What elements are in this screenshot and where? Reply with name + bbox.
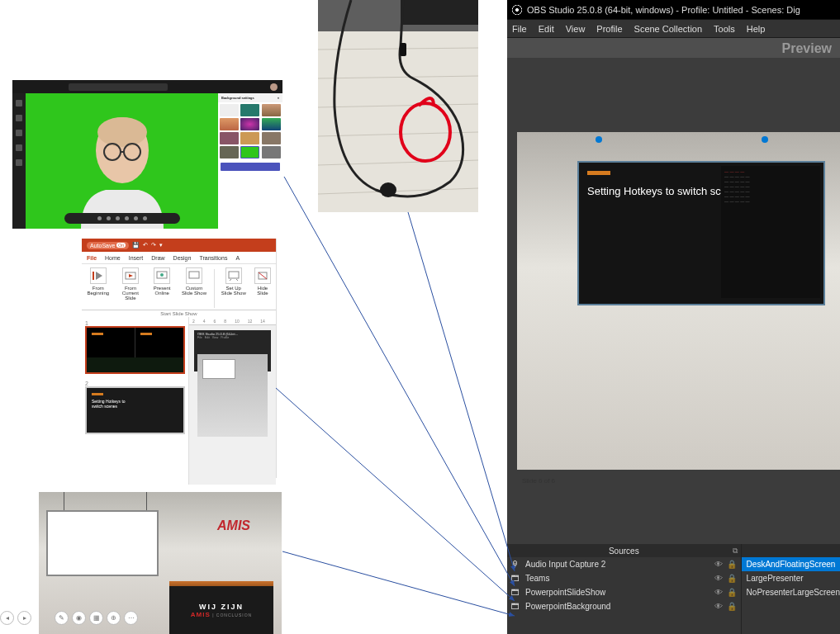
autosave-toggle[interactable]: AutoSave On bbox=[87, 242, 129, 249]
custom-show-button[interactable]: Custom Slide Show bbox=[177, 267, 211, 310]
svg-rect-22 bbox=[229, 272, 239, 278]
visibility-icon[interactable]: 👁 bbox=[714, 588, 723, 597]
bg-option[interactable] bbox=[262, 104, 281, 116]
svg-line-26 bbox=[284, 177, 515, 586]
source-name: PowerpointBackground bbox=[525, 602, 710, 611]
source-row[interactable]: 🗔PowerpointSlideShow👁🔒 bbox=[507, 585, 741, 599]
obs-menubar: File Edit View Profile Scene Collection … bbox=[507, 20, 840, 38]
menu-view[interactable]: View bbox=[566, 24, 586, 34]
rail-icon[interactable] bbox=[16, 159, 22, 166]
tab-home[interactable]: Home bbox=[105, 255, 121, 261]
ribbon-section-label: Start Slide Show bbox=[82, 310, 276, 317]
rail-icon[interactable] bbox=[16, 144, 22, 151]
source-row[interactable]: 🗔PowerpointBackground👁🔒 bbox=[507, 599, 741, 613]
menu-tools[interactable]: Tools bbox=[714, 24, 735, 34]
bg-option[interactable] bbox=[220, 146, 239, 158]
bg-option[interactable] bbox=[262, 118, 281, 130]
zoom-icon[interactable]: ⊕ bbox=[107, 611, 121, 625]
lock-icon[interactable]: 🔒 bbox=[727, 602, 737, 611]
teams-left-rail bbox=[12, 93, 26, 229]
obs-preview-area[interactable]: Setting Hotkeys to switch scenes — — — —… bbox=[507, 58, 840, 544]
presenter-silhouette bbox=[64, 101, 180, 229]
present-online-button[interactable]: Present Online bbox=[148, 267, 176, 310]
setup-show-button[interactable]: Set Up Slide Show bbox=[217, 267, 250, 310]
tab-draw[interactable]: Draw bbox=[151, 255, 164, 261]
rail-icon[interactable] bbox=[16, 130, 22, 136]
tab-transitions[interactable]: Transitions bbox=[199, 255, 227, 261]
resize-handle[interactable] bbox=[762, 136, 768, 143]
slideshow-icon[interactable]: ▾ bbox=[159, 242, 163, 248]
tab-more[interactable]: A bbox=[235, 255, 240, 261]
pen-icon[interactable]: ✎ bbox=[55, 611, 69, 625]
floating-screen-source[interactable]: Setting Hotkeys to switch scenes — — — —… bbox=[577, 161, 825, 305]
menu-profile[interactable]: Profile bbox=[596, 24, 622, 34]
menu-help[interactable]: Help bbox=[747, 24, 766, 34]
hotkey-settings-panel: — — — — — — — — —— — — — —— — — — —— — —… bbox=[721, 166, 820, 298]
bg-option[interactable] bbox=[262, 146, 281, 158]
visibility-icon[interactable]: 👁 bbox=[714, 602, 723, 611]
next-slide-icon[interactable]: ▸ bbox=[17, 611, 31, 625]
rail-icon[interactable] bbox=[16, 115, 22, 121]
slide-thumb-1[interactable]: 1 bbox=[85, 320, 185, 374]
bg-option[interactable] bbox=[240, 146, 259, 158]
svg-rect-6 bbox=[401, 0, 478, 25]
bg-option[interactable] bbox=[262, 132, 281, 144]
undo-icon[interactable]: ↶ bbox=[143, 242, 148, 248]
visibility-icon[interactable]: 👁 bbox=[714, 560, 723, 569]
lock-icon[interactable]: 🔒 bbox=[727, 588, 737, 597]
svg-point-15 bbox=[380, 182, 396, 197]
close-icon[interactable]: × bbox=[278, 96, 279, 100]
scene-row[interactable]: DeskAndFloatingScreen bbox=[742, 557, 840, 571]
win-icon: 🗔 bbox=[511, 588, 521, 597]
bg-option[interactable] bbox=[240, 118, 259, 130]
bg-settings-title: Background settings bbox=[221, 96, 254, 100]
scene-row[interactable]: NoPresenterLargeScreen bbox=[742, 585, 840, 599]
svg-rect-21 bbox=[189, 272, 199, 278]
source-name: Audio Input Capture 2 bbox=[525, 560, 710, 569]
popout-icon[interactable]: ⧉ bbox=[733, 546, 738, 556]
teams-call-controls[interactable] bbox=[64, 213, 180, 224]
menu-edit[interactable]: Edit bbox=[539, 24, 554, 34]
more-icon[interactable]: ⋯ bbox=[124, 611, 138, 625]
teams-search[interactable] bbox=[69, 83, 168, 91]
resize-handle[interactable] bbox=[596, 136, 602, 143]
bg-option[interactable] bbox=[220, 118, 239, 130]
tab-file[interactable]: File bbox=[87, 255, 97, 261]
bg-option[interactable] bbox=[240, 132, 259, 144]
prev-slide-icon[interactable]: ◂ bbox=[0, 611, 14, 625]
laser-icon[interactable]: ◉ bbox=[72, 611, 86, 625]
svg-line-27 bbox=[276, 388, 515, 601]
menu-file[interactable]: File bbox=[512, 24, 527, 34]
bg-option[interactable] bbox=[220, 104, 239, 116]
scene-row[interactable]: LargePresenter bbox=[742, 571, 840, 585]
background-settings-panel: Background settings× bbox=[218, 93, 282, 229]
tab-insert[interactable]: Insert bbox=[129, 255, 144, 261]
redo-icon[interactable]: ↷ bbox=[151, 242, 156, 248]
visibility-icon[interactable]: 👁 bbox=[714, 574, 723, 583]
source-row[interactable]: 🎙Audio Input Capture 2👁🔒 bbox=[507, 557, 741, 571]
from-beginning-button[interactable]: From Beginning bbox=[83, 267, 112, 310]
source-row[interactable]: 🗔Teams👁🔒 bbox=[507, 571, 741, 585]
from-current-button[interactable]: From Current Slide bbox=[113, 267, 147, 310]
slide-thumb-2[interactable]: 2 Setting Hotkeys to switch scenes bbox=[85, 381, 185, 434]
rail-icon[interactable] bbox=[16, 100, 22, 106]
svg-rect-7 bbox=[318, 31, 478, 212]
source-name: Teams bbox=[525, 574, 710, 583]
save-icon[interactable]: 💾 bbox=[132, 242, 140, 248]
apply-button[interactable] bbox=[221, 163, 280, 171]
obs-window: OBS Studio 25.0.8 (64-bit, windows) - Pr… bbox=[507, 0, 840, 634]
grid-icon[interactable]: ▦ bbox=[89, 611, 103, 625]
bg-option[interactable] bbox=[220, 132, 239, 144]
lock-icon[interactable]: 🔒 bbox=[727, 560, 737, 569]
ppt-titlebar: AutoSave On 💾 ↶ ↷ ▾ bbox=[82, 239, 276, 252]
menu-scene-collection[interactable]: Scene Collection bbox=[634, 24, 703, 34]
teams-avatar[interactable] bbox=[270, 83, 278, 91]
svg-line-28 bbox=[282, 551, 515, 616]
bg-option[interactable] bbox=[240, 104, 259, 116]
ppt-ribbon-tabs: File Home Insert Draw Design Transitions… bbox=[82, 252, 276, 264]
lock-icon[interactable]: 🔒 bbox=[727, 574, 737, 583]
hide-slide-button[interactable]: Hide Slide bbox=[251, 267, 274, 310]
embedded-obs-preview: OBS Studio 25.0.8 (64-bit... FileEditVie… bbox=[194, 330, 271, 371]
tab-design[interactable]: Design bbox=[173, 255, 192, 261]
svg-line-25 bbox=[408, 212, 515, 571]
